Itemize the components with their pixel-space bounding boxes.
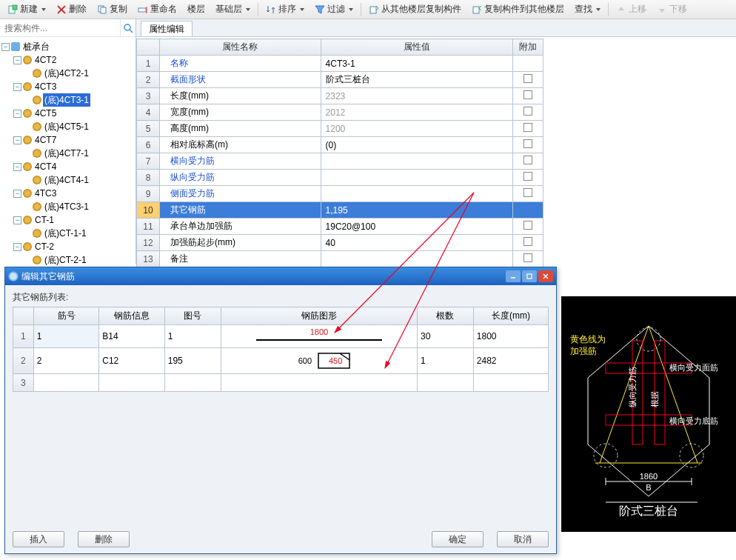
- tree-item-child[interactable]: (底)4CT2-1: [1, 67, 134, 80]
- tree-item[interactable]: −CT-1: [1, 213, 134, 227]
- cancel-button[interactable]: 取消: [497, 531, 549, 547]
- tree-label[interactable]: (底)4TC3-1: [43, 200, 90, 213]
- prop-value-cell[interactable]: 1200: [321, 121, 512, 137]
- find-button[interactable]: 查找: [570, 1, 605, 17]
- prop-name-cell[interactable]: 宽度(mm): [160, 104, 321, 121]
- checkbox[interactable]: [523, 90, 532, 99]
- prop-name-cell[interactable]: 长度(mm): [160, 88, 321, 104]
- prop-value-cell[interactable]: 2323: [321, 88, 512, 104]
- prop-add-cell[interactable]: [512, 56, 543, 72]
- tab-property-edit[interactable]: 属性编辑: [141, 21, 193, 36]
- prop-add-cell[interactable]: [512, 202, 543, 219]
- property-row[interactable]: 13备注: [137, 251, 543, 267]
- grid-cell-len[interactable]: [473, 374, 548, 392]
- property-row[interactable]: 8纵向受力筋: [137, 170, 543, 186]
- grid-cell-info[interactable]: B14: [99, 325, 164, 348]
- checkbox[interactable]: [523, 188, 532, 197]
- prop-value-cell[interactable]: 4CT3-1: [321, 56, 512, 72]
- checkbox[interactable]: [523, 123, 532, 132]
- prop-add-cell[interactable]: [512, 72, 543, 88]
- tree-item-child[interactable]: (底)4TC3-1: [1, 200, 134, 213]
- grid-cell-info[interactable]: C12: [99, 348, 164, 374]
- base-layer-dropdown[interactable]: 基础层: [211, 1, 255, 17]
- search-input[interactable]: [0, 19, 120, 36]
- property-row[interactable]: 5高度(mm)1200: [137, 121, 543, 137]
- prop-name-cell[interactable]: 承台单边加强筋: [160, 219, 321, 235]
- property-row[interactable]: 1名称4CT3-1: [137, 56, 543, 72]
- tree-item-child[interactable]: (底)4CT7-1: [1, 147, 134, 160]
- prop-value-cell[interactable]: 2012: [321, 104, 512, 121]
- tree-label[interactable]: 4CT2: [33, 53, 58, 67]
- tree-toggle[interactable]: −: [13, 243, 21, 251]
- grid-row[interactable]: 11B1411800301800: [13, 325, 549, 348]
- prop-add-cell[interactable]: [512, 88, 543, 104]
- grid-header-jh[interactable]: 筋号: [33, 307, 98, 325]
- tree-label[interactable]: 4CT5: [33, 107, 58, 120]
- property-row[interactable]: 7横向受力筋: [137, 153, 543, 170]
- prop-add-cell[interactable]: [512, 251, 543, 267]
- tree-item-child[interactable]: (底)4CT5-1: [1, 120, 134, 133]
- grid-cell-gs[interactable]: [417, 374, 473, 392]
- tree-toggle[interactable]: −: [1, 43, 10, 51]
- prop-add-cell[interactable]: [512, 170, 543, 186]
- delete-button[interactable]: 删除: [52, 1, 91, 17]
- copy-from-floor-button[interactable]: 从其他楼层复制构件: [364, 1, 466, 17]
- component-tree[interactable]: −桩承台−4CT2(底)4CT2-1−4CT3(底)4CT3-1−4CT5(底)…: [0, 37, 136, 270]
- tree-item-child[interactable]: (底)CT-1-1: [1, 227, 134, 240]
- new-button[interactable]: 新建: [3, 1, 50, 17]
- tree-label[interactable]: (底)CT-1-1: [43, 227, 88, 240]
- property-row[interactable]: 10其它钢筋1,195: [137, 202, 543, 219]
- grid-cell-len[interactable]: 1800: [473, 325, 548, 348]
- prop-name-cell[interactable]: 相对底标高(m): [160, 137, 321, 153]
- copy-button[interactable]: 复制: [93, 1, 132, 17]
- grid-cell-th[interactable]: [164, 374, 221, 392]
- tree-label[interactable]: 4CT7: [33, 133, 58, 147]
- tree-item-child[interactable]: (底)4CT4-1: [1, 173, 134, 187]
- grid-cell-th[interactable]: 195: [164, 348, 221, 374]
- tree-item[interactable]: −4CT3: [1, 80, 134, 93]
- prop-add-cell[interactable]: [512, 219, 543, 235]
- tree-label[interactable]: CT-1: [33, 213, 56, 227]
- tree-root-label[interactable]: 桩承台: [21, 40, 51, 53]
- checkbox[interactable]: [523, 221, 532, 230]
- grid-rownum[interactable]: 1: [13, 325, 34, 348]
- prop-name-cell[interactable]: 高度(mm): [160, 121, 321, 137]
- property-row[interactable]: 11承台单边加强筋19C20@100: [137, 219, 543, 235]
- property-row[interactable]: 6相对底标高(m)(0): [137, 137, 543, 153]
- grid-header-th[interactable]: 图号: [164, 307, 221, 325]
- tree-item-child[interactable]: (底)CT-2-1: [1, 253, 134, 267]
- property-row[interactable]: 4宽度(mm)2012: [137, 104, 543, 121]
- grid-cell-jh[interactable]: 2: [33, 348, 98, 374]
- grid-rownum[interactable]: 3: [13, 374, 34, 392]
- prop-name-cell[interactable]: 纵向受力筋: [160, 170, 321, 186]
- grid-row[interactable]: 22C1219560045012482: [13, 348, 549, 374]
- tree-label[interactable]: (底)4CT2-1: [43, 67, 90, 80]
- grid-cell-jh[interactable]: 1: [33, 325, 98, 348]
- delete-row-button[interactable]: 删除: [78, 531, 130, 547]
- grid-cell-jh[interactable]: [33, 374, 98, 392]
- prop-name-cell[interactable]: 侧面受力筋: [160, 186, 321, 202]
- grid-header-gs[interactable]: 根数: [417, 307, 473, 325]
- prop-value-cell[interactable]: 40: [321, 235, 512, 251]
- tree-label[interactable]: 4TC3: [33, 187, 58, 200]
- prop-name-cell[interactable]: 横向受力筋: [160, 153, 321, 170]
- checkbox[interactable]: [523, 139, 532, 148]
- prop-value-cell[interactable]: [321, 186, 512, 202]
- tree-toggle[interactable]: −: [13, 190, 21, 198]
- close-button[interactable]: [538, 270, 553, 282]
- tree-item[interactable]: −4TC3: [1, 187, 134, 200]
- property-row[interactable]: 3长度(mm)2323: [137, 88, 543, 104]
- tree-item[interactable]: −4CT2: [1, 53, 134, 67]
- checkbox[interactable]: [523, 253, 532, 262]
- tree-label[interactable]: (底)4CT3-1: [43, 93, 90, 107]
- ok-button[interactable]: 确定: [432, 531, 484, 547]
- prop-add-cell[interactable]: [512, 153, 543, 170]
- prop-value-cell[interactable]: 19C20@100: [321, 219, 512, 235]
- tree-label[interactable]: 4CT4: [33, 160, 58, 173]
- prop-add-cell[interactable]: [512, 235, 543, 251]
- grid-rownum[interactable]: 2: [13, 348, 34, 374]
- prop-value-cell[interactable]: (0): [321, 137, 512, 153]
- checkbox[interactable]: [523, 156, 532, 164]
- tree-item[interactable]: −4CT7: [1, 133, 134, 147]
- tree-item-child[interactable]: (底)4CT3-1: [1, 93, 134, 107]
